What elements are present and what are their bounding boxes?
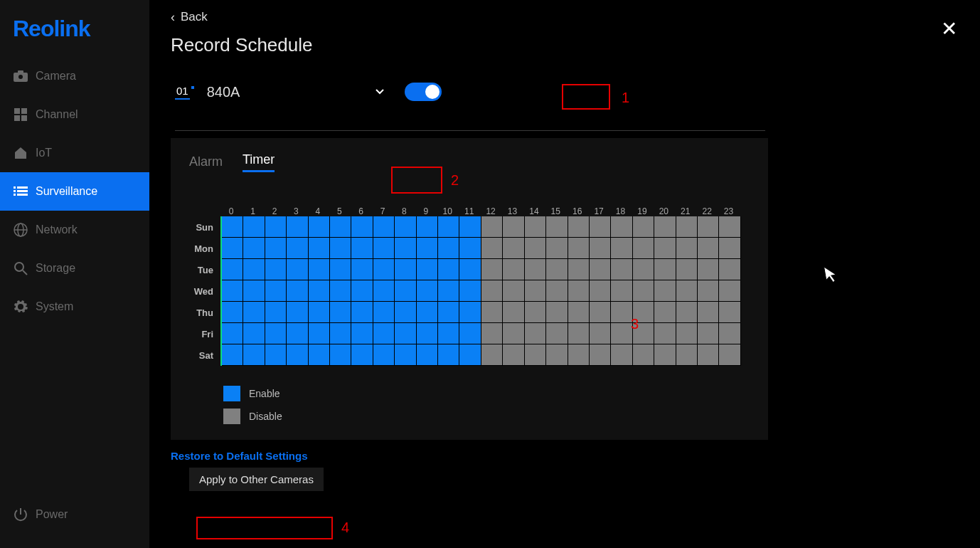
schedule-cell[interactable] bbox=[590, 302, 611, 323]
schedule-cell[interactable] bbox=[633, 216, 654, 238]
schedule-cell[interactable] bbox=[590, 238, 611, 259]
schedule-cell[interactable] bbox=[459, 344, 481, 366]
camera-dropdown-chevron[interactable] bbox=[375, 86, 385, 98]
schedule-cell[interactable] bbox=[330, 302, 351, 323]
schedule-cell[interactable] bbox=[503, 259, 524, 280]
schedule-cell[interactable] bbox=[481, 280, 503, 302]
schedule-cell[interactable] bbox=[481, 302, 503, 323]
schedule-cell[interactable] bbox=[633, 344, 654, 366]
schedule-cell[interactable] bbox=[417, 216, 438, 238]
schedule-cell[interactable] bbox=[373, 216, 395, 238]
sidebar-item-camera[interactable]: Camera bbox=[0, 57, 149, 95]
schedule-toggle[interactable] bbox=[405, 83, 442, 101]
schedule-cell[interactable] bbox=[481, 259, 503, 280]
close-icon[interactable]: ✕ bbox=[941, 17, 957, 41]
schedule-cell[interactable] bbox=[525, 238, 546, 259]
schedule-cell[interactable] bbox=[481, 216, 503, 238]
schedule-cell[interactable] bbox=[719, 259, 740, 280]
schedule-cell[interactable] bbox=[265, 259, 287, 280]
tab-timer[interactable]: Timer bbox=[243, 152, 275, 172]
schedule-cell[interactable] bbox=[395, 259, 416, 280]
schedule-cell[interactable] bbox=[351, 302, 373, 323]
schedule-cell[interactable] bbox=[503, 216, 524, 238]
schedule-cell[interactable] bbox=[654, 216, 676, 238]
schedule-cell[interactable] bbox=[676, 280, 698, 302]
schedule-cell[interactable] bbox=[417, 280, 438, 302]
schedule-cell[interactable] bbox=[633, 323, 654, 344]
schedule-cell[interactable] bbox=[222, 344, 243, 366]
schedule-cell[interactable] bbox=[287, 302, 308, 323]
schedule-cell[interactable] bbox=[330, 344, 351, 366]
schedule-cell[interactable] bbox=[719, 323, 740, 344]
schedule-cell[interactable] bbox=[719, 302, 740, 323]
schedule-cell[interactable] bbox=[309, 280, 330, 302]
schedule-cell[interactable] bbox=[546, 259, 568, 280]
schedule-cell[interactable] bbox=[568, 259, 590, 280]
schedule-cell[interactable] bbox=[395, 323, 416, 344]
schedule-cell[interactable] bbox=[243, 323, 265, 344]
sidebar-item-storage[interactable]: Storage bbox=[0, 249, 149, 288]
schedule-cell[interactable] bbox=[395, 302, 416, 323]
schedule-cell[interactable] bbox=[438, 280, 459, 302]
schedule-cell[interactable] bbox=[503, 238, 524, 259]
schedule-cell[interactable] bbox=[503, 323, 524, 344]
schedule-cell[interactable] bbox=[546, 344, 568, 366]
schedule-cell[interactable] bbox=[611, 280, 632, 302]
schedule-cell[interactable] bbox=[698, 302, 719, 323]
schedule-cell[interactable] bbox=[719, 344, 740, 366]
schedule-cell[interactable] bbox=[265, 302, 287, 323]
schedule-cell[interactable] bbox=[438, 259, 459, 280]
schedule-cell[interactable] bbox=[611, 323, 632, 344]
schedule-cell[interactable] bbox=[611, 344, 632, 366]
sidebar-item-network[interactable]: Network bbox=[0, 211, 149, 249]
schedule-cell[interactable] bbox=[373, 323, 395, 344]
schedule-cell[interactable] bbox=[438, 344, 459, 366]
schedule-cell[interactable] bbox=[546, 238, 568, 259]
schedule-cell[interactable] bbox=[373, 302, 395, 323]
schedule-cell[interactable] bbox=[265, 344, 287, 366]
schedule-cell[interactable] bbox=[373, 259, 395, 280]
schedule-cell[interactable] bbox=[395, 344, 416, 366]
schedule-cell[interactable] bbox=[654, 323, 676, 344]
schedule-cell[interactable] bbox=[459, 323, 481, 344]
schedule-cell[interactable] bbox=[330, 238, 351, 259]
schedule-cell[interactable] bbox=[633, 302, 654, 323]
schedule-cell[interactable] bbox=[265, 323, 287, 344]
schedule-cell[interactable] bbox=[243, 302, 265, 323]
schedule-cell[interactable] bbox=[611, 238, 632, 259]
schedule-cell[interactable] bbox=[309, 259, 330, 280]
schedule-cell[interactable] bbox=[265, 216, 287, 238]
schedule-cell[interactable] bbox=[330, 216, 351, 238]
schedule-cell[interactable] bbox=[459, 259, 481, 280]
schedule-cell[interactable] bbox=[719, 216, 740, 238]
schedule-cell[interactable] bbox=[654, 238, 676, 259]
schedule-cell[interactable] bbox=[330, 323, 351, 344]
schedule-cell[interactable] bbox=[243, 280, 265, 302]
schedule-cell[interactable] bbox=[676, 259, 698, 280]
schedule-cell[interactable] bbox=[676, 216, 698, 238]
schedule-cell[interactable] bbox=[611, 216, 632, 238]
schedule-cell[interactable] bbox=[525, 302, 546, 323]
schedule-cell[interactable] bbox=[459, 280, 481, 302]
schedule-cell[interactable] bbox=[222, 323, 243, 344]
schedule-cell[interactable] bbox=[351, 323, 373, 344]
schedule-cell[interactable] bbox=[546, 280, 568, 302]
schedule-cell[interactable] bbox=[568, 280, 590, 302]
schedule-cell[interactable] bbox=[351, 344, 373, 366]
schedule-cell[interactable] bbox=[222, 302, 243, 323]
schedule-cell[interactable] bbox=[503, 302, 524, 323]
schedule-cell[interactable] bbox=[330, 280, 351, 302]
sidebar-item-power[interactable]: Power bbox=[0, 495, 149, 534]
schedule-cell[interactable] bbox=[633, 238, 654, 259]
schedule-cell[interactable] bbox=[309, 344, 330, 366]
schedule-cell[interactable] bbox=[676, 323, 698, 344]
schedule-cell[interactable] bbox=[546, 323, 568, 344]
schedule-cell[interactable] bbox=[633, 280, 654, 302]
schedule-cell[interactable] bbox=[698, 259, 719, 280]
schedule-cell[interactable] bbox=[654, 259, 676, 280]
schedule-cell[interactable] bbox=[546, 216, 568, 238]
schedule-cell[interactable] bbox=[243, 344, 265, 366]
schedule-cell[interactable] bbox=[309, 216, 330, 238]
schedule-cell[interactable] bbox=[438, 323, 459, 344]
schedule-cell[interactable] bbox=[568, 238, 590, 259]
